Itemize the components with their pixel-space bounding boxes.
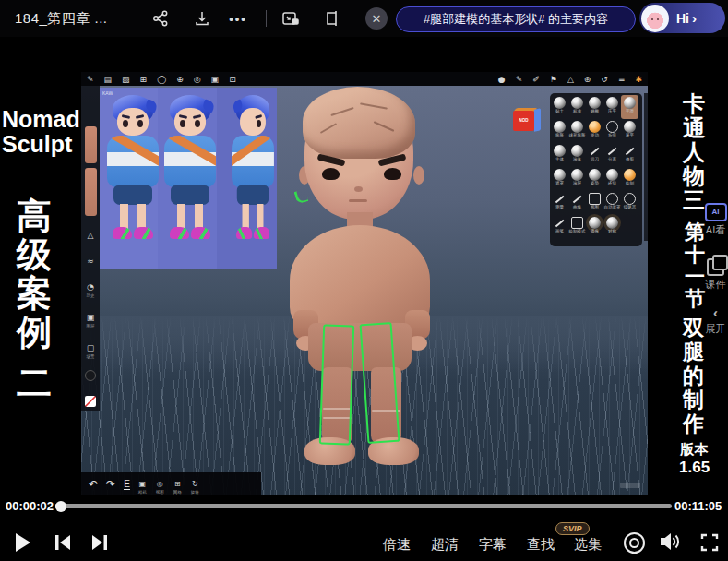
gizmo-icon[interactable]: ⊕ — [176, 75, 184, 84]
radius-slider[interactable] — [85, 126, 97, 163]
settings-sphere-icon[interactable]: ⊛ — [584, 75, 591, 84]
assistant-button[interactable]: Hi › — [639, 3, 725, 33]
brush-tool[interactable]: 镜像 — [586, 215, 603, 239]
rotate-icon[interactable]: ↺ — [601, 75, 608, 84]
sliders-icon[interactable]: ≡ — [618, 75, 626, 84]
background-icon[interactable]: ▣ — [211, 75, 220, 84]
sphere-icon[interactable]: ◯ — [157, 75, 166, 84]
brush-tool[interactable]: 黏土 — [551, 95, 568, 119]
brush-tool[interactable]: 蜡雕 — [586, 95, 603, 119]
mask-flag-icon[interactable]: ⚑ — [550, 75, 557, 84]
brush-tool[interactable]: 环切 — [603, 167, 621, 191]
layer-icon[interactable]: ▣图层 — [87, 307, 95, 328]
more-icon[interactable]: ••• — [227, 7, 249, 30]
current-time: 00:00:02 — [6, 499, 54, 513]
video-frame[interactable]: ✎▤▧⊞◯⊕◎▣⊡ ●✎✐⚑△⊛↺≡✱ △≈◔历史▣图层▢场景 KAW — [81, 72, 648, 495]
matcap-ball-icon[interactable] — [85, 368, 96, 385]
camera-icon[interactable]: ◎ — [194, 75, 201, 84]
orbit-icon[interactable]: ↻旋转 — [191, 473, 199, 495]
episodes-button[interactable]: 选集 — [574, 536, 602, 554]
courseware-button[interactable]: 课件 — [703, 258, 728, 292]
view-icon[interactable]: ◎视图 — [156, 473, 164, 495]
quality-button[interactable]: 超清 — [431, 536, 459, 554]
volume-icon[interactable] — [659, 531, 681, 555]
palette-side-strip: ▫▫▫▫▫▫▫▫ — [644, 93, 648, 241]
chevron-left-icon: ‹ — [703, 304, 728, 320]
ai-watch-button[interactable]: AI AI看 — [703, 203, 728, 237]
fullscreen-icon[interactable] — [700, 533, 719, 555]
record-icon[interactable] — [624, 532, 645, 554]
topic-pill-button[interactable]: #腿部建模的基本形状# 的主要内容 — [396, 6, 636, 32]
history-icon[interactable]: ◔历史 — [87, 277, 95, 298]
scene-icon[interactable]: ▧ — [122, 75, 130, 84]
brush-tool[interactable]: 绘制 — [621, 167, 638, 191]
brush-tool[interactable]: 展平 — [621, 119, 638, 143]
next-button[interactable] — [90, 532, 110, 556]
reference-image-panel[interactable]: KAW — [100, 88, 277, 269]
brush-tool[interactable]: 球形膨胀 — [568, 119, 586, 143]
interface-icon[interactable]: ⊡ — [229, 75, 236, 84]
brush-tool[interactable]: 绘制模式 — [568, 215, 586, 239]
undo-icon[interactable]: ↶ — [89, 478, 98, 491]
brush-tool[interactable]: 画笔 — [551, 215, 568, 239]
pen-icon[interactable]: ✎ — [516, 75, 523, 84]
material-ball-icon[interactable]: ● — [498, 75, 506, 84]
brush-tool[interactable]: 平滑 — [621, 95, 638, 119]
crop-icon[interactable] — [322, 7, 344, 30]
brush-tool[interactable]: 对称 — [603, 215, 621, 239]
brush-tool[interactable]: 姿势 — [586, 167, 603, 191]
brush-tool[interactable]: 移动 — [586, 119, 603, 143]
progress-bar[interactable] — [55, 504, 672, 508]
subtitles-button[interactable]: 字幕 — [479, 536, 507, 554]
close-icon[interactable]: ✕ — [365, 7, 388, 30]
sculpt-viewport[interactable]: △≈◔历史▣图层▢场景 KAW — [81, 86, 648, 495]
brush-tool[interactable]: 曲线 — [568, 191, 586, 215]
brush-tool[interactable]: 修剪 — [621, 143, 638, 167]
material-swatch[interactable] — [85, 394, 96, 411]
lasso-icon[interactable]: ✐ — [532, 75, 540, 84]
brush-tool[interactable]: 膨胀 — [551, 119, 568, 143]
tools-icon[interactable]: ✎ — [87, 75, 94, 84]
brush-tool[interactable]: 折痕 — [603, 119, 621, 143]
brush-tool[interactable]: 操纵器 — [621, 191, 638, 215]
brush-tool[interactable]: 遮罩 — [551, 167, 568, 191]
app-top-icons-right: ●✎✐⚑△⊛↺≡✱ — [498, 75, 642, 84]
pip-icon[interactable] — [280, 7, 302, 30]
find-button[interactable]: 查找 — [527, 536, 555, 554]
download-icon[interactable] — [191, 7, 213, 30]
previous-button[interactable] — [53, 532, 73, 556]
brush-tool[interactable]: 自动遮罩 — [603, 191, 621, 215]
brush-tool[interactable]: 视图 — [586, 191, 603, 215]
grid-icon[interactable]: ⊞网格 — [173, 473, 182, 495]
right-episode-title: 第十一节 — [685, 221, 705, 310]
topology-icon[interactable]: ⊞ — [140, 75, 148, 84]
stroke-icon[interactable]: ≈ — [87, 251, 94, 268]
edit-mode-button[interactable]: E — [124, 479, 130, 490]
mirror-icon[interactable]: △ — [567, 75, 574, 84]
reference-character-front-2 — [162, 95, 218, 267]
left-vertical-number: 二 — [17, 360, 52, 407]
speed-button[interactable]: 倍速 — [383, 536, 411, 554]
brush-tool[interactable]: 主体 — [551, 143, 568, 167]
play-button[interactable] — [13, 531, 33, 557]
symmetry-icon[interactable]: △ — [88, 225, 94, 242]
camera-view-icon[interactable]: ▣相机 — [138, 473, 147, 495]
brush-tool[interactable]: 测量 — [551, 191, 568, 215]
expand-button[interactable]: ‹ 展开 — [703, 304, 728, 336]
progress-handle[interactable] — [55, 501, 66, 512]
share-icon[interactable] — [149, 7, 172, 30]
orientation-cube[interactable]: NOD — [513, 108, 541, 133]
sculpt-model-character[interactable] — [288, 90, 436, 471]
brush-tool[interactable]: 标准 — [568, 95, 586, 119]
magic-brush-icon[interactable]: ✱ — [635, 75, 642, 84]
brush-tool[interactable]: 涂抹 — [568, 143, 586, 167]
brush-tool[interactable]: 涂层 — [568, 167, 586, 191]
brush-tool[interactable]: 切刀 — [586, 143, 603, 167]
folder-icon[interactable]: ▤ — [104, 75, 113, 84]
strength-slider[interactable] — [85, 168, 97, 216]
brush-tool[interactable]: 压平 — [603, 95, 621, 119]
redo-icon[interactable]: ↷ — [106, 478, 115, 491]
brush-tool[interactable]: 分离 — [603, 143, 621, 167]
canvas-stats — [620, 483, 640, 488]
snapshot-icon[interactable]: ▢场景 — [87, 338, 95, 359]
